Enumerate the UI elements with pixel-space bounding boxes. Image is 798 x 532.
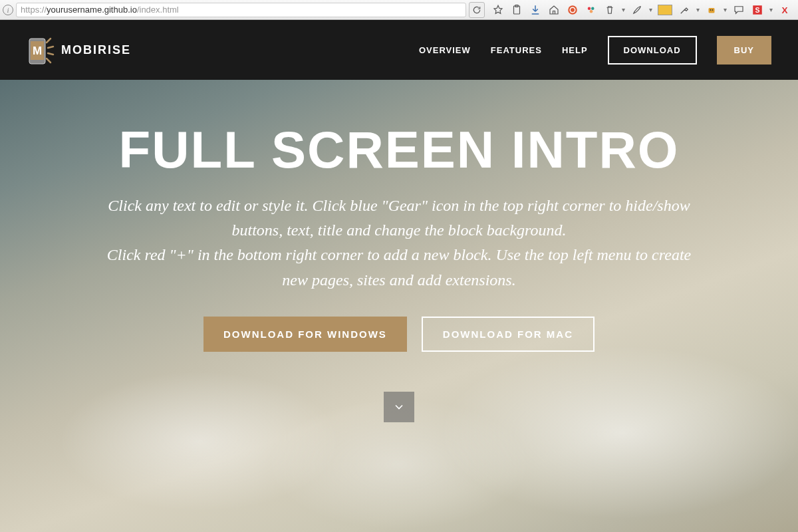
- s-badge-icon[interactable]: S: [751, 3, 764, 17]
- x-badge-icon[interactable]: X: [778, 3, 791, 17]
- star-icon[interactable]: [491, 3, 505, 17]
- dropdown-arrow-icon[interactable]: ▾: [724, 6, 727, 13]
- eyedropper-icon[interactable]: [678, 3, 691, 17]
- nav-features[interactable]: FEATURES: [491, 45, 542, 55]
- svg-rect-8: [709, 8, 715, 13]
- svg-text:M: M: [33, 45, 42, 57]
- hero-section: FULL SCREEN INTRO Click any text to edit…: [0, 80, 798, 532]
- svg-text:S: S: [755, 5, 759, 13]
- reload-button[interactable]: [469, 2, 485, 18]
- hero-paragraph[interactable]: Click any text to edit or style it. Clic…: [93, 194, 705, 293]
- brush-icon[interactable]: [630, 3, 644, 17]
- brand-name: MOBIRISE: [61, 43, 131, 57]
- svg-point-5: [588, 7, 591, 10]
- home-icon[interactable]: [547, 3, 561, 17]
- svg-line-19: [48, 53, 53, 55]
- url-protocol: https://: [21, 5, 47, 15]
- robot-icon[interactable]: [705, 3, 718, 17]
- duckduckgo-icon[interactable]: [566, 3, 579, 17]
- svg-line-18: [48, 47, 53, 48]
- info-icon[interactable]: i: [3, 5, 13, 15]
- trash-icon[interactable]: [603, 3, 616, 17]
- chat-icon[interactable]: [732, 3, 745, 17]
- dropdown-arrow-icon[interactable]: ▾: [696, 6, 700, 13]
- logo-icon: M: [27, 35, 53, 65]
- download-windows-button[interactable]: DOWNLOAD FOR WINDOWS: [203, 317, 407, 352]
- svg-line-20: [47, 59, 51, 63]
- download-arrow-icon[interactable]: [529, 3, 542, 17]
- nav-overview[interactable]: OVERVIEW: [419, 45, 471, 55]
- clipboard-icon[interactable]: [510, 3, 523, 17]
- hero-buttons: DOWNLOAD FOR WINDOWS DOWNLOAD FOR MAC: [53, 317, 745, 352]
- url-path: /index.html: [137, 5, 179, 15]
- url-host: yourusername.github.io: [47, 5, 137, 15]
- url-input[interactable]: https://yourusername.github.io/index.htm…: [16, 3, 466, 17]
- svg-line-17: [47, 39, 51, 43]
- scroll-down-button[interactable]: [384, 392, 414, 422]
- colors-icon[interactable]: [585, 3, 598, 17]
- dropdown-arrow-icon[interactable]: ▾: [649, 6, 652, 13]
- dropdown-arrow-icon[interactable]: ▾: [622, 6, 625, 13]
- download-button[interactable]: DOWNLOAD: [608, 36, 697, 65]
- ruler-icon[interactable]: [658, 5, 672, 15]
- svg-text:X: X: [781, 5, 787, 15]
- browser-address-bar: i https://yourusername.github.io/index.h…: [0, 0, 798, 20]
- dropdown-arrow-icon[interactable]: ▾: [769, 6, 773, 13]
- main-nav: OVERVIEW FEATURES HELP DOWNLOAD BUY: [419, 36, 771, 65]
- chevron-down-icon: [392, 400, 406, 414]
- brand-logo[interactable]: M MOBIRISE: [27, 35, 131, 65]
- download-mac-button[interactable]: DOWNLOAD FOR MAC: [422, 317, 595, 352]
- buy-button[interactable]: BUY: [717, 36, 771, 65]
- nav-help[interactable]: HELP: [562, 45, 588, 55]
- svg-point-4: [571, 8, 575, 12]
- hero-title[interactable]: FULL SCREEN INTRO: [53, 120, 745, 180]
- svg-point-6: [591, 7, 595, 10]
- svg-point-7: [590, 10, 593, 13]
- browser-toolbar-icons: ▾ ▾ ▾ ▾ S ▾ X: [487, 3, 795, 17]
- svg-point-10: [712, 9, 714, 11]
- svg-point-9: [710, 9, 712, 11]
- site-header: M MOBIRISE OVERVIEW FEATURES HELP DOWNLO…: [0, 20, 798, 80]
